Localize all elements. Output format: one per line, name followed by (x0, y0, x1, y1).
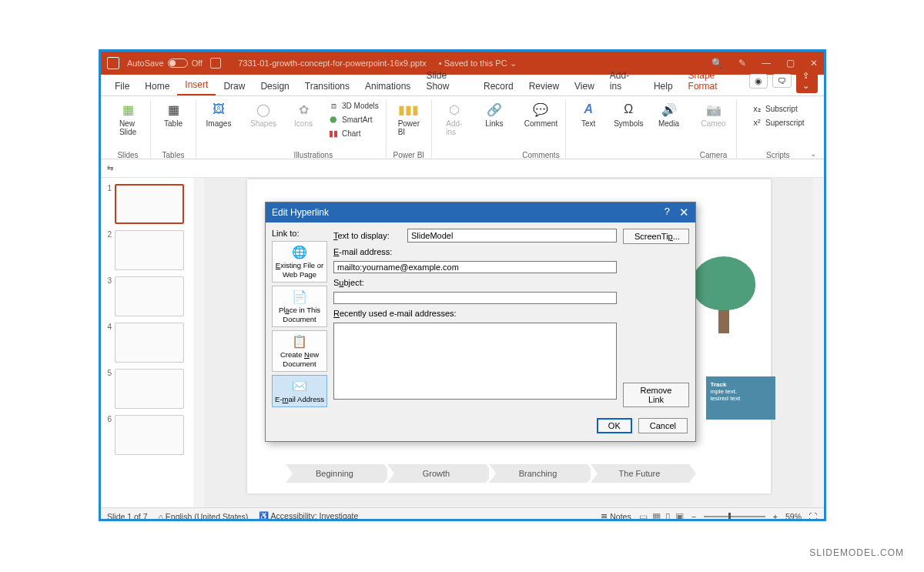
slide-thumb-5[interactable] (115, 369, 184, 409)
cameo-icon: 📷 (705, 101, 722, 118)
table-button[interactable]: ▦Table (157, 99, 189, 129)
arrow-beginning[interactable]: Beginning (286, 464, 384, 483)
linkto-label: Link to: (272, 229, 327, 238)
screentip-button[interactable]: ScreenTip... (623, 229, 689, 244)
addins-button[interactable]: ⬡Add- ins (438, 99, 470, 138)
thumbnail-panel[interactable]: 1 2 3 4 5 6 (101, 178, 193, 507)
comment-icon: 💬 (532, 101, 549, 118)
qat-customize-icon[interactable]: ⇆ (107, 164, 113, 172)
tab-record[interactable]: Record (476, 76, 521, 95)
text-button[interactable]: AText (572, 99, 604, 129)
ok-button[interactable]: OK (597, 418, 632, 433)
3d-models-button[interactable]: ⧈3D Models (327, 99, 380, 112)
linkto-create-new[interactable]: 📋Create New Document (272, 330, 327, 372)
tab-design[interactable]: Design (253, 76, 296, 95)
new-slide-button[interactable]: ▦New Slide (112, 99, 144, 138)
powerbi-button[interactable]: ▮▮▮Power BI (393, 99, 425, 138)
recent-emails-list[interactable] (333, 323, 617, 400)
links-button[interactable]: 🔗Links (478, 99, 511, 129)
shapes-icon: ◯ (255, 101, 272, 118)
tab-view[interactable]: View (567, 76, 602, 95)
share-button[interactable]: ⇪ ⌄ (796, 69, 818, 93)
text-to-display-input[interactable] (407, 229, 617, 243)
tab-draw[interactable]: Draw (216, 76, 253, 95)
slide-thumb-4[interactable] (115, 323, 184, 363)
close-button[interactable]: ✕ (810, 58, 818, 69)
slideshow-view-icon[interactable]: ▣ (675, 511, 684, 522)
zoom-in-icon[interactable]: + (773, 512, 778, 521)
remove-link-button[interactable]: Remove Link (623, 383, 689, 407)
images-button[interactable]: 🖼Images (203, 99, 235, 129)
reading-view-icon[interactable]: ▯ (665, 511, 671, 522)
arrow-branching[interactable]: Branching (489, 464, 588, 483)
language-status[interactable]: ⌂ English (United States) (159, 512, 249, 521)
media-button[interactable]: 🔊Media (653, 99, 685, 129)
superscript-icon: x² (752, 117, 762, 128)
slide-thumb-6[interactable] (115, 415, 184, 455)
symbols-button[interactable]: ΩSymbols (612, 99, 644, 129)
subscript-button[interactable]: x₂Subscript (751, 102, 805, 115)
tab-review[interactable]: Review (521, 76, 567, 95)
notes-toggle[interactable]: ≣ Notes (601, 512, 631, 521)
dialog-title: Edit Hyperlink (272, 207, 329, 218)
tab-addins[interactable]: Add-ins (602, 65, 646, 95)
tree-graphic (689, 256, 758, 333)
linkto-existing-file[interactable]: 🌐Existing File or Web Page (272, 241, 327, 283)
zoom-percent[interactable]: 59% (785, 512, 802, 521)
smartart-button[interactable]: ⬣SmartArt (327, 113, 380, 125)
timeline-arrows: Beginning Growth Branching The Future (286, 464, 689, 483)
arrow-growth[interactable]: Growth (387, 464, 486, 483)
dialog-help-icon[interactable]: ? (665, 206, 670, 219)
fit-window-icon[interactable]: ⛶ (809, 512, 818, 521)
quick-access-row: ⇆ (101, 159, 824, 178)
powerpoint-icon (107, 57, 119, 69)
superscript-button[interactable]: x²Superscript (751, 116, 805, 129)
dialog-close-icon[interactable]: ✕ (679, 206, 689, 219)
maximize-button[interactable]: ▢ (786, 58, 795, 69)
slide-position[interactable]: Slide 1 of 7 (107, 512, 148, 521)
chart-button[interactable]: ▮▮Chart (327, 127, 380, 139)
cancel-button[interactable]: Cancel (638, 418, 688, 433)
tab-shapeformat[interactable]: Shape Format (681, 65, 749, 95)
tab-transitions[interactable]: Transitions (297, 76, 357, 95)
status-bar: Slide 1 of 7 ⌂ English (United States) ♿… (101, 507, 824, 521)
minimize-button[interactable]: — (762, 58, 771, 69)
tab-help[interactable]: Help (646, 76, 681, 95)
canvas-scrollbar[interactable] (813, 178, 824, 507)
record-button[interactable]: ◉ (749, 74, 768, 89)
toggle-switch-icon[interactable] (168, 59, 188, 68)
group-comments: Comments (522, 151, 559, 159)
tab-file[interactable]: File (107, 76, 137, 95)
email-icon: ✉️ (274, 379, 325, 393)
document-filename[interactable]: 7331-01-growth-concept-for-powerpoint-16… (238, 59, 427, 68)
accessibility-status[interactable]: ♿ Accessibility: Investigate (259, 511, 358, 521)
tab-slideshow[interactable]: Slide Show (418, 65, 476, 95)
smartart-icon: ⬣ (328, 114, 339, 125)
tab-animations[interactable]: Animations (357, 76, 418, 95)
zoom-out-icon[interactable]: − (691, 512, 696, 521)
slide-thumb-1[interactable] (115, 184, 184, 224)
email-address-input[interactable] (333, 261, 617, 273)
shapes-button[interactable]: ◯Shapes (247, 99, 280, 129)
ribbon-collapse-icon[interactable]: ⌄ (810, 149, 816, 158)
dialog-titlebar[interactable]: Edit Hyperlink ? ✕ (266, 202, 695, 222)
tab-home[interactable]: Home (137, 76, 177, 95)
linkto-email[interactable]: ✉️E-mail Address (272, 375, 327, 408)
tab-insert[interactable]: Insert (177, 75, 216, 95)
save-icon[interactable] (210, 58, 221, 69)
slide-thumb-3[interactable] (115, 276, 184, 316)
icons-button[interactable]: ✿Icons (287, 99, 320, 129)
cameo-button[interactable]: 📷Cameo (698, 99, 730, 129)
subject-input[interactable] (333, 292, 617, 304)
media-icon: 🔊 (661, 101, 678, 118)
thumb-scrollbar[interactable] (193, 178, 204, 507)
sorter-view-icon[interactable]: ▦ (652, 511, 661, 522)
comment-button[interactable]: 💬Comment (523, 99, 559, 129)
slide-thumb-2[interactable] (115, 230, 184, 270)
zoom-slider[interactable] (704, 516, 765, 517)
autosave-toggle[interactable]: AutoSave Off (127, 59, 203, 68)
normal-view-icon[interactable]: ▭ (639, 511, 648, 522)
present-button[interactable]: 🗨 (772, 74, 792, 88)
arrow-future[interactable]: The Future (591, 464, 689, 483)
linkto-place-in-doc[interactable]: 📄Place in This Document (272, 286, 327, 327)
